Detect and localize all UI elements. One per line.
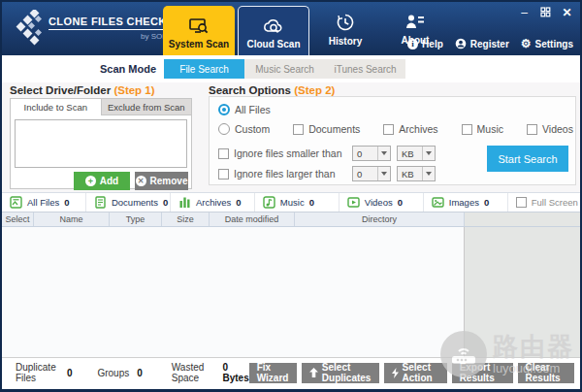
drive-folder-panel: Include to Scan Exclude from Scan + Add …: [10, 98, 192, 189]
groups-stat: Groups 0: [97, 368, 142, 378]
tab-exclude-from-scan[interactable]: Exclude from Scan: [101, 99, 192, 115]
search-options-panel: All Files Custom Documents Archives Mus: [209, 96, 576, 185]
col-filler: [465, 212, 580, 226]
music-option: Music: [462, 123, 503, 135]
videos-label: Videos: [542, 123, 573, 135]
close-button[interactable]: ✕: [561, 6, 573, 18]
documents-icon: [94, 196, 107, 209]
wasted-space-stat: Wasted Space 0 Bytes: [172, 362, 249, 383]
app-logo: CLONE FILES CHECKER by SORCIM: [10, 10, 182, 47]
quick-links: i Help Register ⚙ Settings: [407, 38, 573, 49]
all-files-icon: [10, 196, 22, 209]
music-label: Music: [477, 123, 503, 135]
tab-include-to-scan[interactable]: Include to Scan: [11, 99, 101, 115]
drive-buttons: + Add ✕ Remove: [11, 172, 191, 190]
ignore-larger-value-dropdown[interactable]: 0: [352, 166, 391, 181]
chevron-down-icon: [422, 147, 435, 160]
maximize-button[interactable]: [539, 6, 552, 18]
stat-videos: Videos 0: [340, 193, 424, 212]
all-files-label: All Files: [235, 104, 271, 115]
ignore-smaller-value-dropdown[interactable]: 0: [352, 146, 391, 161]
settings-label: Settings: [535, 39, 573, 49]
results-side-area: [465, 227, 580, 357]
documents-label: Documents: [308, 123, 360, 135]
app-window: CLONE FILES CHECKER by SORCIM System Sca…: [0, 0, 582, 392]
scan-mode-label: Scan Mode: [100, 63, 156, 75]
duplicate-files-label: Duplicate Files: [16, 362, 59, 383]
stats-bar: All Files 0 Documents 0 Archives 0 Music…: [2, 192, 580, 212]
stat-images: Images 0: [424, 193, 508, 212]
tab-file-search[interactable]: File Search: [164, 59, 244, 79]
export-results-button[interactable]: Export Results: [452, 363, 513, 383]
select-duplicates-button[interactable]: Select Duplicates: [302, 363, 379, 383]
stat-music: Music 0: [255, 193, 340, 212]
drive-folder-heading: Select Drive/Folder (Step 1): [10, 84, 155, 96]
videos-checkbox[interactable]: [527, 124, 537, 135]
ignore-smaller-label: Ignore files smaller than: [234, 147, 352, 159]
all-files-radio[interactable]: [218, 104, 230, 115]
fix-wizard-button[interactable]: Fix Wizard: [249, 363, 297, 383]
info-icon: i: [407, 39, 418, 49]
col-date-modified[interactable]: Date modified: [210, 212, 295, 226]
add-button[interactable]: + Add: [74, 172, 130, 190]
archives-option: Archives: [383, 123, 437, 135]
tab-music-search[interactable]: Music Search: [244, 59, 325, 79]
wasted-space-value: 0 Bytes: [222, 362, 248, 383]
cross-circle-icon: ✕: [136, 176, 146, 186]
footer-bar: Duplicate Files 0 Groups 0 Wasted Space …: [2, 357, 580, 389]
register-link[interactable]: Register: [455, 38, 509, 49]
archives-label: Archives: [399, 123, 437, 135]
tab-system-scan[interactable]: System Scan: [163, 6, 235, 55]
footer-buttons: Fix Wizard Select Duplicates Select Acti…: [249, 363, 574, 383]
settings-link[interactable]: ⚙ Settings: [521, 39, 573, 49]
remove-button[interactable]: ✕ Remove: [135, 172, 188, 190]
select-action-button[interactable]: Select Action: [384, 363, 447, 383]
screen-search-icon: [189, 18, 209, 35]
tab-label: Cloud Scan: [246, 39, 300, 49]
tab-cloud-scan[interactable]: Cloud Scan: [238, 6, 309, 55]
custom-radio[interactable]: [218, 123, 230, 135]
stat-archives: Archives 0: [171, 193, 255, 212]
tab-itunes-search[interactable]: iTunes Search: [325, 59, 405, 79]
lightning-icon: [392, 368, 399, 378]
clear-results-button[interactable]: Clear Results: [518, 363, 574, 383]
music-note-icon: [263, 196, 275, 209]
drive-folder-list[interactable]: [15, 119, 187, 168]
wasted-space-label: Wasted Space: [172, 362, 215, 383]
video-play-icon: [347, 196, 360, 209]
ignore-larger-checkbox[interactable]: [218, 169, 229, 180]
ignore-smaller-unit-dropdown[interactable]: KB: [397, 146, 436, 161]
col-size[interactable]: Size: [162, 212, 210, 226]
archives-checkbox[interactable]: [383, 124, 394, 135]
documents-checkbox[interactable]: [293, 124, 304, 135]
scan-mode-bar: Scan Mode File Search Music Search iTune…: [2, 55, 580, 82]
col-select[interactable]: Select: [2, 212, 34, 226]
col-type[interactable]: Type: [110, 212, 162, 226]
size-unit: KB: [398, 169, 422, 180]
ignore-larger-unit-dropdown[interactable]: KB: [397, 166, 436, 181]
ignore-smaller-checkbox[interactable]: [218, 148, 229, 159]
col-name[interactable]: Name: [34, 212, 110, 226]
chevron-down-icon: [377, 167, 390, 180]
tab-label: System Scan: [169, 39, 229, 49]
results-list-area[interactable]: [2, 227, 465, 357]
up-arrow-icon: [309, 368, 318, 377]
history-clock-icon: [337, 14, 354, 31]
drive-folder-title: Select Drive/Folder: [10, 84, 111, 96]
about-person-icon: [405, 14, 425, 30]
step2-badge: (Step 2): [294, 84, 335, 96]
help-label: Help: [422, 39, 443, 49]
mosaic-chevron-icon: [10, 10, 43, 47]
minimize-button[interactable]: –: [518, 6, 531, 18]
archives-bars-icon: [178, 196, 191, 209]
user-icon: [455, 38, 467, 49]
add-label: Add: [100, 176, 118, 186]
col-directory[interactable]: Directory: [295, 212, 465, 226]
full-screen-checkbox[interactable]: [516, 197, 527, 208]
tab-history[interactable]: History: [320, 14, 371, 52]
groups-label: Groups: [97, 368, 129, 378]
start-search-button[interactable]: Start Search: [487, 146, 568, 172]
music-checkbox[interactable]: [462, 124, 472, 135]
help-link[interactable]: i Help: [407, 39, 443, 49]
full-screen-option: Full Screen: [508, 193, 580, 212]
